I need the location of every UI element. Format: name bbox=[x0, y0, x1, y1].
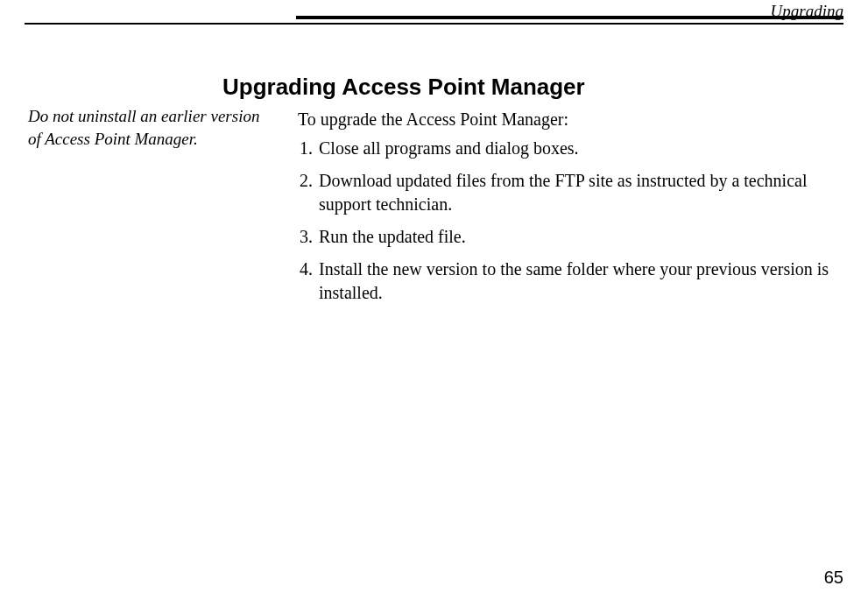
header-rule-thick bbox=[296, 16, 843, 19]
margin-note: Do not uninstall an earlier version of A… bbox=[28, 74, 273, 314]
steps-list: Close all programs and dialog boxes. Dow… bbox=[298, 137, 843, 305]
running-header: Upgrading bbox=[771, 2, 843, 21]
step-item: Run the updated file. bbox=[317, 225, 843, 249]
page-number: 65 bbox=[824, 568, 843, 588]
section-title: Upgrading Access Point Manager bbox=[222, 74, 843, 101]
step-item: Close all programs and dialog boxes. bbox=[317, 137, 843, 160]
intro-text: To upgrade the Access Point Manager: bbox=[298, 109, 843, 130]
step-item: Download updated files from the FTP site… bbox=[317, 169, 843, 216]
step-item: Install the new version to the same fold… bbox=[317, 258, 843, 305]
header-rule-thin bbox=[25, 23, 843, 25]
